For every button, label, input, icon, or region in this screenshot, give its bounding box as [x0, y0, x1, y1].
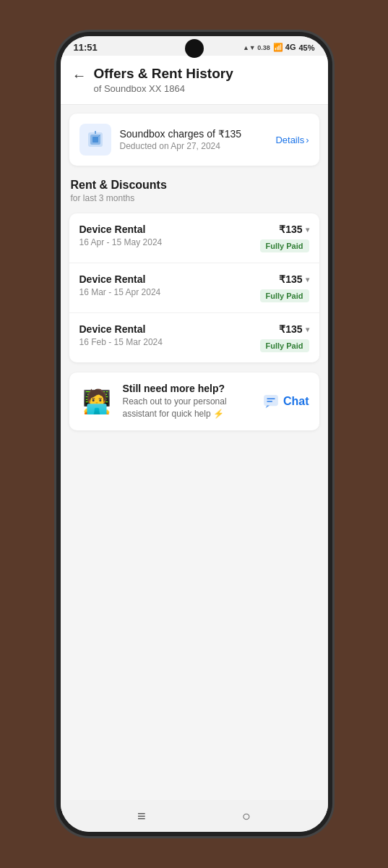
- amount-value: ₹135: [279, 224, 302, 235]
- chevron-down-icon: ▾: [306, 276, 309, 284]
- header-text: Offers & Rent History of Soundbox XX 186…: [94, 66, 233, 94]
- charge-subtitle: Deducted on Apr 27, 2024: [120, 141, 267, 151]
- rental-period: 16 Mar - 15 Apr 2024: [79, 287, 161, 297]
- rental-period: 16 Feb - 15 Mar 2024: [79, 337, 163, 347]
- help-card: 🧑‍💻 Still need more help? Reach out to y…: [69, 373, 319, 430]
- signal-4g: 📶 4G: [273, 43, 296, 52]
- camera-notch: [185, 39, 204, 58]
- page-header: ← Offers & Rent History of Soundbox XX 1…: [61, 56, 328, 105]
- network-text: ▲▼ 0.38: [243, 44, 270, 51]
- rental-amount: ₹135 ▾: [279, 224, 309, 235]
- rental-item[interactable]: Device Rental 16 Feb - 15 Mar 2024 ₹135 …: [69, 313, 319, 362]
- rental-name: Device Rental: [79, 273, 161, 285]
- amount-value: ₹135: [279, 323, 302, 335]
- rental-item[interactable]: Device Rental 16 Apr - 15 May 2024 ₹135 …: [69, 213, 319, 263]
- rental-list: Device Rental 16 Apr - 15 May 2024 ₹135 …: [69, 213, 319, 362]
- soundbox-icon: [79, 124, 111, 156]
- menu-nav-icon[interactable]: ≡: [137, 808, 146, 825]
- phone-frame: 11:51 ▲▼ 0.38 📶 4G 45% ← Offers & Rent H…: [61, 36, 328, 832]
- details-arrow: ›: [306, 135, 309, 145]
- charge-info: Soundbox charges of ₹135 Deducted on Apr…: [120, 128, 267, 151]
- amount-value: ₹135: [279, 273, 302, 285]
- back-button[interactable]: ←: [72, 67, 87, 84]
- details-button[interactable]: Details ›: [275, 135, 309, 145]
- chat-label: Chat: [283, 395, 309, 408]
- chevron-down-icon: ▾: [306, 226, 309, 234]
- rent-section-subtitle: for last 3 months: [71, 193, 318, 203]
- screen: ← Offers & Rent History of Soundbox XX 1…: [61, 56, 328, 815]
- page-subtitle: of Soundbox XX 1864: [94, 83, 233, 94]
- rental-name: Device Rental: [79, 224, 163, 235]
- battery-text: 45%: [298, 43, 314, 52]
- svg-rect-2: [92, 137, 98, 142]
- chat-icon: [263, 393, 279, 409]
- page-title: Offers & Rent History: [94, 66, 233, 82]
- home-nav-icon[interactable]: ○: [242, 808, 251, 825]
- rental-item[interactable]: Device Rental 16 Mar - 15 Apr 2024 ₹135 …: [69, 263, 319, 313]
- chat-button[interactable]: Chat: [263, 393, 309, 409]
- help-card-text: Still need more help? Reach out to your …: [123, 383, 254, 420]
- rental-item-info: Device Rental 16 Mar - 15 Apr 2024: [79, 273, 161, 297]
- paid-badge: Fully Paid: [260, 239, 309, 252]
- rent-section-title: Rent & Discounts: [71, 179, 318, 192]
- help-title: Still need more help?: [123, 383, 254, 394]
- status-bar: 11:51 ▲▼ 0.38 📶 4G 45%: [61, 36, 328, 56]
- main-content: Soundbox charges of ₹135 Deducted on Apr…: [61, 114, 328, 430]
- svg-rect-5: [264, 396, 277, 406]
- help-assistant-icon: 🧑‍💻: [79, 384, 114, 419]
- rental-item-status: ₹135 ▾ Fully Paid: [260, 273, 309, 302]
- rental-item-status: ₹135 ▾ Fully Paid: [260, 323, 309, 352]
- rental-amount: ₹135 ▾: [279, 273, 309, 285]
- rental-item-info: Device Rental 16 Apr - 15 May 2024: [79, 224, 163, 247]
- charge-card: Soundbox charges of ₹135 Deducted on Apr…: [69, 114, 319, 166]
- rental-item-info: Device Rental 16 Feb - 15 Mar 2024: [79, 323, 163, 347]
- charge-title: Soundbox charges of ₹135: [120, 128, 267, 140]
- paid-badge: Fully Paid: [260, 289, 309, 302]
- help-desc: Reach out to your personal assistant for…: [123, 396, 254, 420]
- rental-period: 16 Apr - 15 May 2024: [79, 237, 163, 247]
- navigation-bar: ≡ ○: [61, 800, 328, 832]
- chevron-down-icon: ▾: [306, 326, 309, 333]
- status-icons: ▲▼ 0.38 📶 4G 45%: [243, 43, 315, 52]
- rent-section-header: Rent & Discounts for last 3 months: [61, 166, 328, 206]
- paid-badge: Fully Paid: [260, 339, 309, 352]
- rental-item-status: ₹135 ▾ Fully Paid: [260, 224, 309, 252]
- rental-amount: ₹135 ▾: [279, 323, 309, 335]
- details-label: Details: [275, 135, 304, 145]
- rental-name: Device Rental: [79, 323, 163, 335]
- status-time: 11:51: [74, 42, 98, 53]
